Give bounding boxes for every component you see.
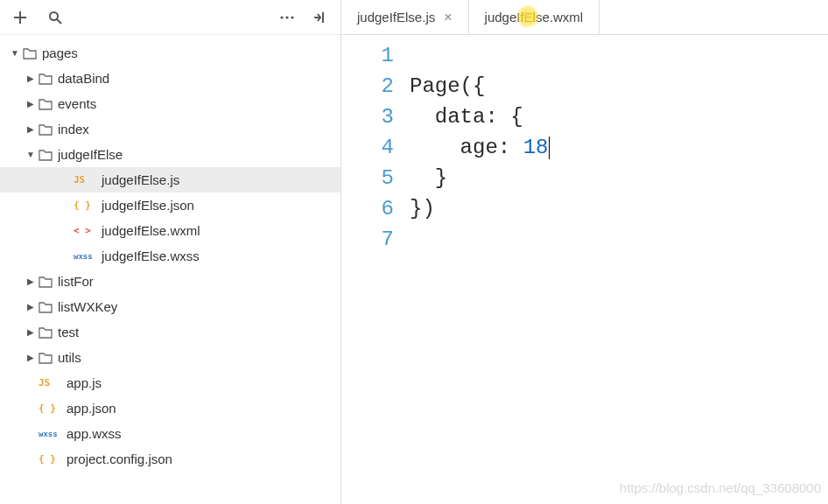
svg-point-2 — [280, 16, 283, 18]
tree-file-project.config.json[interactable]: ▶{ }project.config.json — [0, 446, 340, 472]
code-token: age — [460, 136, 498, 159]
tree-item-label: judgeIfElse.js — [102, 172, 179, 187]
line-number: 2 — [341, 71, 394, 102]
tab-bar: judgeIfElse.js×judgeIfElse.wxml — [341, 0, 828, 35]
expand-arrow-icon: ▼ — [9, 48, 21, 58]
code-line[interactable] — [410, 224, 828, 255]
code-line[interactable]: }) — [410, 193, 828, 224]
expand-arrow-icon: ▼ — [25, 150, 37, 159]
tree-item-label: judgeIfElse — [58, 147, 123, 162]
tree-folder-test[interactable]: ▶test — [0, 319, 340, 345]
sidebar-toolbar — [0, 0, 340, 35]
line-number: 1 — [341, 40, 394, 71]
tab-judgeIfElse-wxml[interactable]: judgeIfElse.wxml — [469, 0, 600, 34]
folder-icon — [39, 301, 53, 313]
code-line[interactable]: age: 18 — [410, 132, 828, 163]
expand-arrow-icon: ▶ — [25, 276, 37, 286]
line-number: 7 — [341, 224, 394, 255]
code-token: Page — [410, 74, 460, 98]
folder-icon — [39, 149, 53, 161]
json-file-icon: { } — [39, 453, 63, 465]
tree-item-label: judgeIfElse.wxml — [102, 223, 200, 238]
tree-item-label: pages — [42, 46, 78, 60]
tree-file-judgeIfElse.wxss[interactable]: ▶wxssjudgeIfElse.wxss — [0, 243, 340, 269]
tree-file-judgeIfElse.js[interactable]: ▶JSjudgeIfElse.js — [0, 167, 340, 192]
tree-item-label: index — [58, 122, 89, 136]
code-token — [410, 136, 460, 159]
expand-arrow-icon: ▶ — [25, 74, 37, 83]
code-token: : — [498, 136, 523, 159]
tab-label: judgeIfElse.js — [357, 10, 435, 24]
expand-arrow-icon: ▶ — [25, 353, 37, 362]
tree-item-label: listWXKey — [58, 299, 117, 314]
close-tab-button[interactable]: × — [444, 10, 452, 25]
tree-folder-judgeIfElse[interactable]: ▼judgeIfElse — [0, 142, 340, 167]
wxss-file-icon: wxss — [39, 430, 63, 438]
sidebar: ▼pages▶dataBind▶events▶index▼judgeIfElse… — [0, 0, 341, 504]
js-file-icon: JS — [39, 377, 63, 388]
tree-folder-listFor[interactable]: ▶listFor — [0, 269, 340, 294]
code-line[interactable]: data: { — [410, 102, 828, 132]
tab-judgeIfElse-js[interactable]: judgeIfElse.js× — [341, 0, 469, 34]
tree-file-judgeIfElse.wxml[interactable]: ▶< >judgeIfElse.wxml — [0, 218, 340, 243]
plus-icon — [13, 10, 27, 24]
line-number-gutter: 1234567 — [341, 40, 410, 504]
tree-item-label: app.js — [67, 375, 102, 390]
tree-item-label: project.config.json — [67, 452, 172, 466]
wxml-file-icon: < > — [74, 225, 98, 236]
new-file-button[interactable] — [11, 8, 30, 27]
tree-item-label: dataBind — [58, 71, 109, 86]
tree-item-label: app.json — [67, 401, 116, 416]
code-token — [410, 105, 435, 129]
code-token: }) — [410, 197, 435, 220]
editor-pane: judgeIfElse.js×judgeIfElse.wxml 1234567 … — [341, 0, 828, 504]
tree-file-judgeIfElse.json[interactable]: ▶{ }judgeIfElse.json — [0, 192, 340, 218]
ellipsis-icon — [279, 10, 295, 24]
svg-point-4 — [291, 16, 293, 18]
js-file-icon: JS — [74, 174, 98, 186]
file-tree[interactable]: ▼pages▶dataBind▶events▶index▼judgeIfElse… — [0, 35, 340, 504]
line-number: 4 — [341, 132, 394, 163]
tree-item-label: judgeIfElse.json — [102, 198, 194, 213]
tree-item-label: listFor — [58, 274, 94, 289]
collapse-icon — [312, 10, 328, 24]
tree-folder-pages[interactable]: ▼pages — [0, 40, 340, 66]
tree-folder-utils[interactable]: ▶utils — [0, 345, 340, 370]
tab-label: judgeIfElse.wxml — [485, 10, 584, 24]
collapse-panel-button[interactable] — [311, 8, 330, 27]
tree-item-label: test — [58, 325, 79, 340]
folder-icon — [23, 47, 37, 60]
code-editor[interactable]: 1234567 Page({ data: { age: 18 }}) — [341, 35, 828, 504]
folder-icon — [39, 123, 53, 136]
json-file-icon: { } — [74, 200, 98, 211]
line-number: 5 — [341, 163, 394, 193]
code-token: 18 — [523, 136, 549, 159]
code-line[interactable]: } — [410, 163, 828, 193]
tree-folder-listWXKey[interactable]: ▶listWXKey — [0, 294, 340, 319]
wxss-file-icon: wxss — [74, 252, 98, 261]
tree-file-app.json[interactable]: ▶{ }app.json — [0, 396, 340, 421]
expand-arrow-icon: ▶ — [25, 99, 37, 108]
code-token: : { — [485, 105, 523, 129]
search-button[interactable] — [46, 8, 65, 27]
code-line[interactable] — [410, 40, 828, 71]
tree-folder-events[interactable]: ▶events — [0, 91, 340, 116]
folder-icon — [39, 276, 53, 288]
code-line[interactable]: Page({ — [410, 71, 828, 102]
expand-arrow-icon: ▶ — [25, 302, 37, 312]
tree-folder-index[interactable]: ▶index — [0, 116, 340, 142]
tree-file-app.wxss[interactable]: ▶wxssapp.wxss — [0, 421, 340, 446]
tree-folder-dataBind[interactable]: ▶dataBind — [0, 66, 340, 91]
svg-line-1 — [57, 19, 61, 24]
more-button[interactable] — [277, 8, 297, 27]
search-icon — [48, 10, 62, 24]
tree-item-label: utils — [58, 350, 81, 365]
folder-icon — [39, 326, 53, 339]
tree-item-label: app.wxss — [67, 426, 122, 441]
expand-arrow-icon: ▶ — [25, 124, 37, 134]
tree-file-app.js[interactable]: ▶JSapp.js — [0, 370, 340, 396]
code-content[interactable]: Page({ data: { age: 18 }}) — [410, 40, 828, 504]
svg-point-0 — [50, 12, 58, 20]
expand-arrow-icon: ▶ — [25, 327, 37, 337]
text-cursor — [549, 136, 550, 159]
